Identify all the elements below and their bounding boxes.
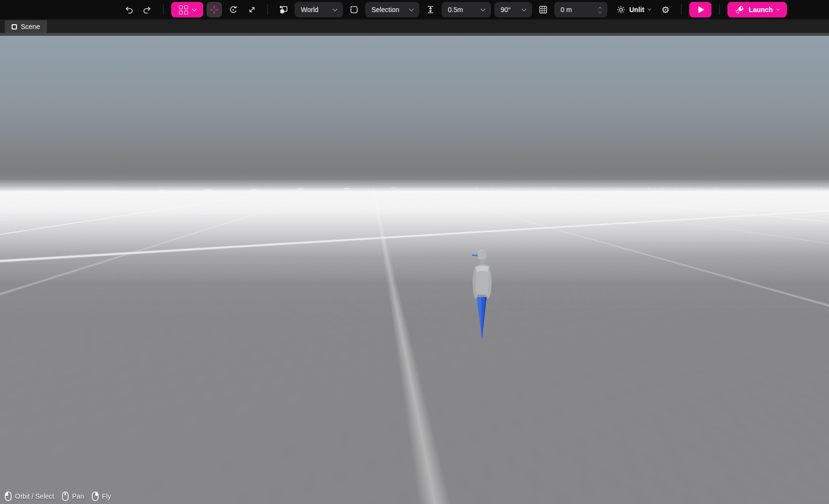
chevron-down-icon: [648, 7, 651, 10]
toolbar-separator: [681, 4, 681, 15]
hint-pan: Pan: [62, 491, 84, 501]
hint-label: Orbit / Select: [15, 492, 54, 500]
move-tool-icon: [209, 5, 219, 15]
space-dropdown[interactable]: World: [295, 2, 343, 17]
grid-icon: [539, 5, 548, 14]
grid-offset-stepper[interactable]: 0 m: [554, 2, 607, 17]
settings-button[interactable]: ⚙: [658, 2, 673, 17]
translate-snap-value: 0.5m: [448, 6, 463, 14]
view-mode-dropdown[interactable]: Unlit: [613, 2, 654, 17]
scene-tab-label: Scene: [21, 23, 40, 30]
stepper-arrows: [599, 6, 601, 13]
main-toolbar: World Selection: [0, 0, 829, 19]
rotate-snap-value: 90°: [501, 6, 511, 14]
scene-viewport[interactable]: Orbit / Select Pan Fly: [0, 36, 829, 504]
brightness-icon: [617, 5, 625, 14]
snap-settings-button[interactable]: [171, 2, 203, 17]
chevron-down-icon: [333, 6, 338, 11]
scene-tab-icon: [12, 24, 17, 30]
pivot-dropdown-value: Selection: [371, 6, 400, 14]
undo-button[interactable]: [121, 2, 136, 17]
grid-offset-value: 0 m: [561, 6, 572, 14]
toolbar-separator: [719, 4, 720, 15]
right-mouse-icon: [92, 491, 99, 501]
translate-snap-dropdown[interactable]: 0.5m: [442, 2, 491, 17]
redo-icon: [143, 5, 152, 14]
hint-orbit-select: Orbit / Select: [5, 491, 54, 501]
toolbar-separator: [163, 4, 163, 15]
rotate-snap-dropdown[interactable]: 90°: [494, 2, 532, 17]
transform-space-icon: [279, 5, 288, 14]
hint-label: Fly: [102, 492, 111, 500]
middle-mouse-icon: [62, 491, 69, 501]
chevron-down-icon: [481, 6, 486, 11]
space-dropdown-value: World: [301, 6, 318, 14]
editor-window: World Selection: [0, 0, 829, 504]
chevron-down-icon: [776, 7, 780, 10]
character-model[interactable]: [467, 247, 495, 342]
rotate-tool-button[interactable]: [225, 2, 241, 17]
translate-snap-button[interactable]: [423, 2, 438, 17]
undo-icon: [124, 5, 133, 14]
left-mouse-icon: [5, 491, 12, 501]
grid-settings-button[interactable]: [535, 2, 551, 17]
tab-bar: Scene: [0, 19, 829, 33]
viewport-controls-hints: Orbit / Select Pan Fly: [5, 491, 111, 501]
viewport-ground-grid: [0, 188, 829, 504]
transform-space-button[interactable]: [276, 2, 291, 17]
viewport-sky: [0, 36, 829, 189]
chevron-down-icon: [192, 6, 196, 11]
scale-tool-button[interactable]: [244, 2, 260, 17]
chevron-down-icon: [409, 6, 414, 11]
redo-button[interactable]: [140, 2, 155, 17]
hint-label: Pan: [72, 492, 84, 500]
view-mode-value: Unlit: [629, 6, 644, 14]
chevron-down-icon: [598, 10, 602, 14]
chevron-down-icon: [522, 6, 527, 11]
rotate-tool-icon: [229, 5, 237, 14]
translate-snap-icon: [426, 5, 435, 14]
play-button[interactable]: [689, 2, 711, 17]
gear-icon: ⚙: [662, 5, 670, 15]
toolbar-separator: [267, 4, 268, 15]
launch-button[interactable]: Launch: [727, 2, 787, 17]
pivot-icon: [350, 5, 358, 14]
launch-button-label: Launch: [749, 6, 773, 14]
play-icon: [698, 6, 704, 13]
pivot-mode-button[interactable]: [346, 2, 362, 17]
tab-scene[interactable]: Scene: [5, 20, 47, 33]
snap-grid-icon: [179, 5, 188, 15]
pivot-dropdown[interactable]: Selection: [365, 2, 419, 17]
hint-fly: Fly: [92, 491, 111, 501]
scale-tool-icon: [248, 5, 256, 14]
move-tool-button[interactable]: [207, 2, 222, 17]
rocket-icon: [735, 5, 745, 15]
